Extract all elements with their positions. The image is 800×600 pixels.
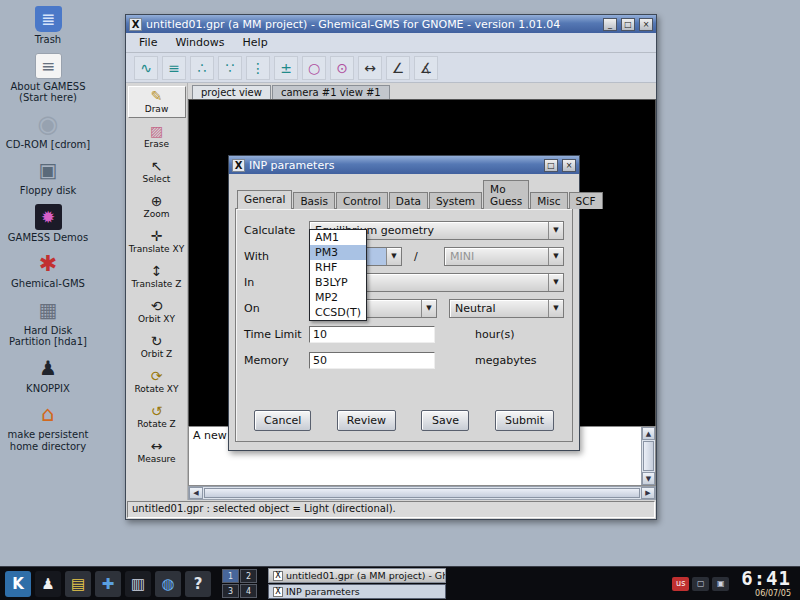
- vertical-scrollbar[interactable]: ▲ ▼: [641, 427, 655, 485]
- scroll-up-icon[interactable]: ▲: [642, 427, 655, 440]
- desktop-icon-trash[interactable]: ≣ Trash: [2, 6, 94, 46]
- tool-orbit-xy[interactable]: ⟲ Orbit XY: [128, 296, 186, 328]
- window-menu-icon[interactable]: X: [129, 18, 142, 31]
- dropdown-option[interactable]: PM3: [310, 245, 366, 260]
- ring-tool-button[interactable]: ○: [302, 56, 326, 80]
- horizontal-scrollbar[interactable]: ◀ ▶: [188, 486, 656, 500]
- desktop-icon-hda1[interactable]: ▦ Hard Disk Partition [hda1]: [2, 297, 94, 348]
- element-picker2-button[interactable]: ∵: [218, 56, 242, 80]
- keyboard-layout-icon[interactable]: us: [672, 577, 689, 591]
- toolbar: ∿ ≡ ∴ ∵ ⋮ ±: [126, 53, 656, 83]
- main-window-title: untitled01.gpr (a MM project) - Ghemical…: [146, 18, 599, 31]
- dropdown-option[interactable]: AM1: [310, 230, 366, 245]
- dropdown-option[interactable]: B3LYP: [310, 275, 366, 290]
- hydrogen-add-button[interactable]: ⋮: [246, 56, 270, 80]
- scroll-left-icon[interactable]: ◀: [189, 487, 203, 499]
- benzene-tool-button[interactable]: ⊙: [330, 56, 354, 80]
- tool-select[interactable]: ↖ Select: [128, 156, 186, 188]
- workspace-2[interactable]: 2: [240, 569, 257, 583]
- help-button[interactable]: ?: [185, 571, 211, 597]
- window-menu-icon[interactable]: X: [232, 159, 245, 172]
- dropdown-option[interactable]: MP2: [310, 290, 366, 305]
- main-window-titlebar[interactable]: X untitled01.gpr (a MM project) - Ghemic…: [126, 15, 656, 33]
- chevron-down-icon[interactable]: ▼: [421, 300, 436, 317]
- element-picker-button[interactable]: ∴: [190, 56, 214, 80]
- tab-general[interactable]: General: [237, 190, 292, 209]
- workspace-pager: 1 2 3 4: [222, 569, 257, 598]
- workspace-4[interactable]: 4: [240, 584, 257, 598]
- dialog-titlebar[interactable]: X INP parameters □ ×: [229, 156, 579, 174]
- tab-basis[interactable]: Basis: [293, 192, 335, 209]
- draw-chain-button[interactable]: ∿: [134, 56, 158, 80]
- tool-translate-z[interactable]: ↕ Translate Z: [128, 261, 186, 293]
- scroll-down-icon[interactable]: ▼: [642, 472, 655, 485]
- bond-order-button[interactable]: ≡: [162, 56, 186, 80]
- measure-torsion-button[interactable]: ∡: [414, 56, 438, 80]
- vertical-scrollbar-thumb[interactable]: [643, 441, 654, 471]
- dropdown-option[interactable]: RHF: [310, 260, 366, 275]
- time-limit-unit: hour(s): [475, 328, 515, 341]
- maximize-button[interactable]: □: [544, 159, 558, 172]
- horizontal-scrollbar-thumb[interactable]: [204, 488, 640, 498]
- chevron-down-icon[interactable]: ▼: [548, 300, 563, 317]
- save-button[interactable]: Save: [421, 410, 469, 431]
- tool-zoom[interactable]: ⊕ Zoom: [128, 191, 186, 223]
- clipboard-icon[interactable]: ▣: [712, 577, 729, 591]
- scroll-right-icon[interactable]: ▶: [641, 487, 655, 499]
- submit-button[interactable]: Submit: [495, 410, 554, 431]
- desktop-icon-persistent-home[interactable]: ⌂ make persistent home directory: [2, 401, 94, 452]
- chevron-down-icon[interactable]: ▼: [386, 248, 401, 265]
- clock: 6:41 06/07/05: [741, 569, 791, 598]
- charge-combo[interactable]: Neutral ▼: [449, 299, 564, 318]
- k-menu-button[interactable]: K: [5, 571, 31, 597]
- chevron-down-icon[interactable]: ▼: [548, 274, 563, 291]
- close-button[interactable]: ×: [639, 18, 653, 31]
- tool-rotate-xy[interactable]: ⟳ Rotate XY: [128, 366, 186, 398]
- memory-input[interactable]: [309, 352, 435, 369]
- tool-erase[interactable]: ▨ Erase: [128, 121, 186, 153]
- menu-windows[interactable]: Windows: [166, 34, 233, 51]
- measure-distance-button[interactable]: ↔: [358, 56, 382, 80]
- tools-button[interactable]: ✚: [95, 571, 121, 597]
- task-main-window[interactable]: X untitled01.gpr (a MM project) - Ghemi: [268, 568, 446, 583]
- tab-data[interactable]: Data: [389, 192, 428, 209]
- desktop-icon-about-gamess[interactable]: ≡ About GAMESS (Start here): [2, 53, 94, 104]
- desktop-icon-knoppix[interactable]: ♟ KNOPPIX: [2, 355, 94, 395]
- desktop-icon-floppy[interactable]: ▣ Floppy disk: [2, 157, 94, 197]
- tab-scf[interactable]: SCF: [569, 192, 603, 209]
- web-browser-button[interactable]: ◍: [155, 571, 181, 597]
- dropdown-option[interactable]: CCSD(T): [310, 305, 366, 320]
- tool-draw[interactable]: ✎ Draw: [128, 86, 186, 118]
- tab-project-view[interactable]: project view: [192, 85, 271, 99]
- tool-measure[interactable]: ↔ Measure: [128, 436, 186, 468]
- chevron-down-icon[interactable]: ▼: [548, 222, 563, 239]
- desktop-icon-gamess-demos[interactable]: ✹ GAMESS Demos: [2, 204, 94, 244]
- minimize-button[interactable]: _: [603, 18, 617, 31]
- desktop-icon-ghemical-gms[interactable]: ✱ Ghemical-GMS: [2, 250, 94, 290]
- tab-control[interactable]: Control: [336, 192, 388, 209]
- tool-orbit-z[interactable]: ↻ Orbit Z: [128, 331, 186, 363]
- maximize-button[interactable]: □: [621, 18, 635, 31]
- tool-translate-xy[interactable]: ✛ Translate XY: [128, 226, 186, 258]
- file-manager-button[interactable]: ▤: [65, 571, 91, 597]
- workspace-1[interactable]: 1: [222, 569, 239, 583]
- tab-camera-view[interactable]: camera #1 view #1: [272, 85, 390, 99]
- terminal-button[interactable]: ▥: [125, 571, 151, 597]
- review-button[interactable]: Review: [337, 410, 396, 431]
- task-inp-parameters[interactable]: X INP parameters: [268, 584, 446, 599]
- menu-help[interactable]: Help: [234, 34, 277, 51]
- workspace-3[interactable]: 3: [222, 584, 239, 598]
- menu-file[interactable]: File: [130, 34, 166, 51]
- cancel-button[interactable]: Cancel: [254, 410, 311, 431]
- tool-rotate-z[interactable]: ↺ Rotate Z: [128, 401, 186, 433]
- tab-system[interactable]: System: [429, 192, 482, 209]
- time-limit-input[interactable]: [309, 326, 435, 343]
- close-button[interactable]: ×: [562, 159, 576, 172]
- charge-tool-button[interactable]: ±: [274, 56, 298, 80]
- tux-button[interactable]: ♟: [35, 571, 61, 597]
- tab-mo-guess[interactable]: Mo Guess: [483, 180, 529, 209]
- desktop-icon-cdrom[interactable]: ◉ CD-ROM [cdrom]: [2, 111, 94, 151]
- display-settings-icon[interactable]: ▢: [692, 577, 709, 591]
- tab-misc[interactable]: Misc: [530, 192, 567, 209]
- measure-angle-button[interactable]: ∠: [386, 56, 410, 80]
